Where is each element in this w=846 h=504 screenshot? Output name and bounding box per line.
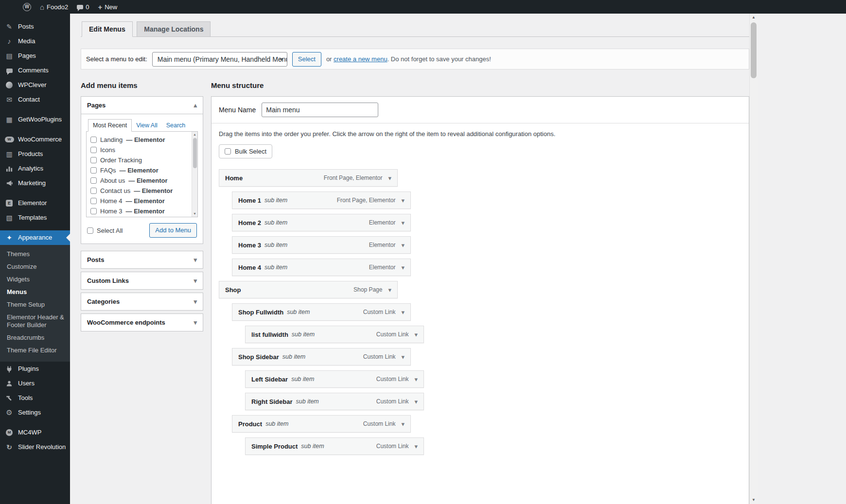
item-options-caret-icon[interactable] <box>414 331 418 338</box>
scroll-down-icon[interactable]: ▼ <box>750 496 758 504</box>
page-checkbox-item[interactable]: Order Tracking <box>90 155 189 165</box>
expand-caret-icon[interactable] <box>194 277 197 284</box>
menu-item[interactable]: Home 4 sub item Elementor <box>232 259 411 276</box>
pages-list-scrollbar[interactable]: ▲ ▼ <box>192 132 197 217</box>
scroll-up-icon[interactable]: ▲ <box>750 14 758 21</box>
item-options-caret-icon[interactable] <box>401 353 405 361</box>
checkbox[interactable] <box>90 157 97 163</box>
woocommerce-endpoints-box-header[interactable]: WooCommerce endpoints <box>81 314 203 331</box>
custom-links-box-header[interactable]: Custom Links <box>81 272 203 289</box>
item-options-caret-icon[interactable] <box>388 286 391 294</box>
sidebar-item-users[interactable]: Users <box>0 376 70 391</box>
sidebar-item-tools[interactable]: Tools <box>0 391 70 405</box>
select-all-control[interactable]: Select All <box>87 227 123 234</box>
checkbox[interactable] <box>90 177 97 184</box>
item-options-caret-icon[interactable] <box>401 420 405 428</box>
comments-admin-menu[interactable]: 0 <box>72 0 93 14</box>
sidebar-item-plugins[interactable]: Plugins <box>0 362 70 376</box>
sidebar-item-elementor[interactable]: Elementor <box>0 196 70 210</box>
sidebar-item-settings[interactable]: Settings <box>0 405 70 420</box>
submenu-item-themes[interactable]: Themes <box>0 248 70 261</box>
sidebar-item-media[interactable]: Media <box>0 34 70 49</box>
page-checkbox-item[interactable]: About us — Elementor <box>90 175 189 186</box>
sidebar-item-products[interactable]: Products <box>0 147 70 161</box>
add-to-menu-button[interactable]: Add to Menu <box>149 223 197 238</box>
page-scrollbar[interactable]: ▲ ▼ <box>749 14 758 504</box>
menu-item[interactable]: Left Sidebar sub item Custom Link <box>245 370 424 388</box>
new-content-menu[interactable]: New <box>93 0 122 14</box>
collapse-caret-icon[interactable] <box>194 102 197 109</box>
wordpress-logo-menu[interactable] <box>18 0 35 14</box>
checkbox[interactable] <box>90 198 97 204</box>
site-name-menu[interactable]: Foodo2 <box>35 0 72 14</box>
scrollbar-thumb[interactable] <box>751 22 757 78</box>
menu-item[interactable]: Home 3 sub item Elementor <box>232 236 411 254</box>
item-options-caret-icon[interactable] <box>414 398 418 405</box>
create-new-menu-link[interactable]: create a new menu <box>334 55 388 63</box>
categories-box-header[interactable]: Categories <box>81 293 203 310</box>
sidebar-item-getwooplugins[interactable]: GetWooPlugins <box>0 112 70 127</box>
tab-manage-locations[interactable]: Manage Locations <box>137 21 211 37</box>
menu-item[interactable]: Right Sidebar sub item Custom Link <box>245 393 424 410</box>
scrollbar-thumb[interactable] <box>193 138 197 168</box>
checkbox[interactable] <box>90 147 97 153</box>
page-checkbox-item[interactable]: Contact us — Elementor <box>90 186 189 196</box>
menu-select-dropdown[interactable]: Main menu (Primary Menu, Handheld Menu) <box>152 52 287 67</box>
select-button[interactable]: Select <box>292 52 321 67</box>
menu-item[interactable]: Home 2 sub item Elementor <box>232 214 411 231</box>
submenu-item-widgets[interactable]: Widgets <box>0 273 70 286</box>
sidebar-item-marketing[interactable]: Marketing <box>0 176 70 191</box>
item-options-caret-icon[interactable] <box>401 242 405 249</box>
menu-item[interactable]: Shop Sidebar sub item Custom Link <box>232 348 411 365</box>
sidebar-item-slider-revolution[interactable]: Slider Revolution <box>0 440 70 454</box>
expand-caret-icon[interactable] <box>194 298 197 305</box>
item-options-caret-icon[interactable] <box>401 264 405 271</box>
item-options-caret-icon[interactable] <box>414 376 418 383</box>
menu-item[interactable]: Shop Fullwidth sub item Custom Link <box>232 303 411 321</box>
tab-most-recent[interactable]: Most Recent <box>88 119 132 132</box>
checkbox[interactable] <box>90 188 97 194</box>
tab-view-all[interactable]: View All <box>132 120 162 131</box>
sidebar-item-comments[interactable]: Comments <box>0 63 70 78</box>
checkbox[interactable] <box>90 137 97 143</box>
menu-name-input[interactable] <box>262 103 378 117</box>
select-all-checkbox[interactable] <box>87 227 93 234</box>
page-checkbox-item[interactable]: Home 4 — Elementor <box>90 196 189 206</box>
submenu-item-customize[interactable]: Customize <box>0 261 70 273</box>
tab-edit-menus[interactable]: Edit Menus <box>82 21 133 37</box>
sidebar-item-templates[interactable]: Templates <box>0 210 70 225</box>
sidebar-item-pages[interactable]: Pages <box>0 49 70 63</box>
menu-item[interactable]: Home Front Page, Elementor <box>219 169 398 187</box>
scroll-down-icon[interactable]: ▼ <box>192 211 197 217</box>
item-options-caret-icon[interactable] <box>401 309 405 316</box>
bulk-select-checkbox[interactable] <box>225 148 231 155</box>
item-options-caret-icon[interactable] <box>414 443 418 450</box>
bulk-select-control[interactable]: Bulk Select <box>219 144 272 158</box>
posts-box-header[interactable]: Posts <box>81 251 203 268</box>
page-checkbox-item[interactable]: FAQs — Elementor <box>90 165 189 175</box>
checkbox[interactable] <box>90 208 97 214</box>
menu-item[interactable]: list fullwidth sub item Custom Link <box>245 326 424 343</box>
submenu-item-theme-setup[interactable]: Theme Setup <box>0 298 70 311</box>
page-checkbox-item[interactable]: Home 3 — Elementor <box>90 206 189 216</box>
tab-search[interactable]: Search <box>162 120 190 131</box>
expand-caret-icon[interactable] <box>194 256 197 263</box>
checkbox[interactable] <box>90 167 97 174</box>
sidebar-item-analytics[interactable]: Analytics <box>0 161 70 176</box>
item-options-caret-icon[interactable] <box>401 219 405 226</box>
sidebar-item-wpclever[interactable]: WPClever <box>0 78 70 92</box>
item-options-caret-icon[interactable] <box>401 197 405 204</box>
page-checkbox-item[interactable]: Landing — Elementor <box>90 135 189 145</box>
menu-item[interactable]: Product sub item Custom Link <box>232 415 411 433</box>
sidebar-item-woocommerce[interactable]: WooCommerce <box>0 132 70 147</box>
expand-caret-icon[interactable] <box>194 319 197 326</box>
menu-item[interactable]: Simple Product sub item Custom Link <box>245 437 424 455</box>
sidebar-item-posts[interactable]: Posts <box>0 19 70 34</box>
sidebar-item-contact[interactable]: Contact <box>0 92 70 107</box>
page-checkbox-item[interactable]: Icons <box>90 145 189 155</box>
submenu-item-elementor-header-footer-builder[interactable]: Elementor Header & Footer Builder <box>0 311 70 331</box>
sidebar-item-mc4wp[interactable]: MC4WP <box>0 425 70 440</box>
submenu-item-menus[interactable]: Menus <box>0 286 70 298</box>
menu-item[interactable]: Home 1 sub item Front Page, Elementor <box>232 191 411 209</box>
scroll-up-icon[interactable]: ▲ <box>192 132 197 138</box>
